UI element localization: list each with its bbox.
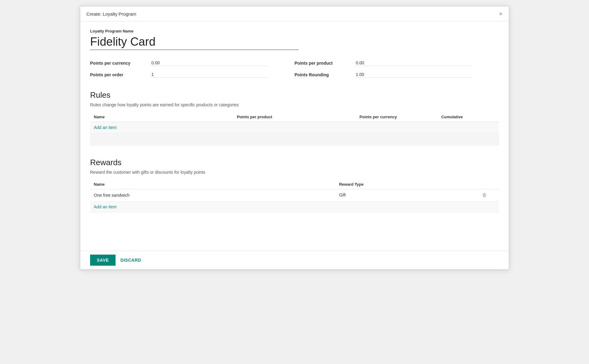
- points-per-product-label: Points per product: [294, 61, 356, 66]
- right-fields: Points per product Points Rounding: [294, 57, 499, 81]
- rewards-section-title: Rewards: [90, 158, 499, 167]
- rules-add-item-button[interactable]: Add an item: [94, 125, 117, 130]
- rules-col-points-per-currency: Points per currency: [356, 112, 438, 122]
- reward-type: Gift 🗑: [335, 189, 491, 201]
- save-button[interactable]: SAVE: [90, 255, 116, 266]
- rules-section-description: Rules change how loyalty points are earn…: [90, 102, 499, 107]
- dialog-body: Loyalty Program Name Points per currency…: [80, 21, 509, 251]
- rewards-section-description: Reward the customer with gifts or discou…: [90, 170, 499, 175]
- rules-section: Rules Rules change how loyalty points ar…: [90, 90, 499, 146]
- rewards-col-reward-type: Reward Type: [335, 180, 491, 189]
- close-button[interactable]: ×: [499, 11, 503, 17]
- rules-add-item-row: Add an item: [90, 122, 499, 133]
- points-per-product-row: Points per product: [294, 57, 499, 69]
- points-rounding-label: Points Rounding: [294, 72, 356, 77]
- rewards-col-name: Name: [90, 180, 335, 189]
- rules-col-points-per-product: Points per product: [233, 112, 356, 122]
- points-per-currency-input[interactable]: [151, 60, 268, 66]
- points-per-order-input[interactable]: [151, 71, 268, 78]
- loyalty-program-name-label: Loyalty Program Name: [90, 29, 499, 33]
- rewards-add-item-button[interactable]: Add an item: [94, 204, 117, 209]
- points-rounding-input[interactable]: [356, 71, 472, 78]
- rules-col-name: Name: [90, 112, 233, 122]
- reward-action-cell: [491, 189, 499, 201]
- dialog-title: Create: Loyalty Program: [86, 11, 136, 17]
- points-rounding-row: Points Rounding: [294, 69, 499, 81]
- rules-empty-row: [90, 133, 499, 146]
- rules-table: Name Points per product Points per curre…: [90, 112, 499, 146]
- rewards-table: Name Reward Type One free sandwich Gift …: [90, 180, 499, 213]
- delete-reward-icon[interactable]: 🗑: [482, 192, 487, 198]
- discard-button[interactable]: DISCARD: [120, 258, 141, 263]
- rewards-col-action: [491, 180, 499, 189]
- points-per-currency-label: Points per currency: [90, 61, 151, 66]
- program-name-input[interactable]: [90, 35, 298, 50]
- left-fields: Points per currency Points per order: [90, 57, 294, 81]
- points-fields-grid: Points per currency Points per order Poi…: [90, 57, 499, 81]
- dialog-footer: SAVE DISCARD: [80, 251, 509, 269]
- points-per-order-row: Points per order: [90, 69, 294, 81]
- points-per-currency-row: Points per currency: [90, 57, 294, 69]
- create-loyalty-program-dialog: Create: Loyalty Program × Loyalty Progra…: [80, 6, 509, 270]
- points-per-product-input[interactable]: [356, 60, 472, 66]
- rules-col-cumulative: Cumulative: [438, 112, 499, 122]
- table-row: One free sandwich Gift 🗑: [90, 189, 499, 201]
- points-per-order-label: Points per order: [90, 72, 151, 77]
- dialog-header: Create: Loyalty Program ×: [80, 6, 509, 21]
- section-separator: [90, 148, 499, 158]
- reward-name: One free sandwich: [90, 189, 335, 201]
- rules-section-title: Rules: [90, 90, 499, 100]
- rewards-add-item-row: Add an item: [90, 201, 499, 213]
- rewards-section: Rewards Reward the customer with gifts o…: [90, 158, 499, 213]
